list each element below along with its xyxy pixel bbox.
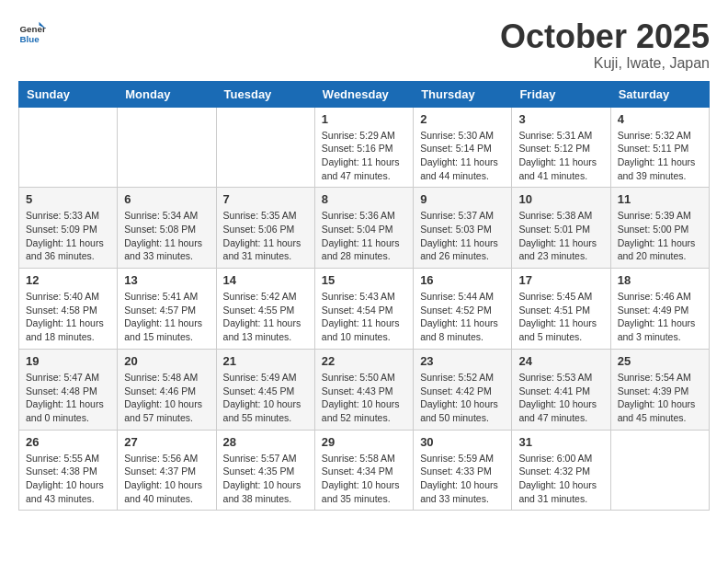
cell-content: Sunrise: 5:49 AM Sunset: 4:45 PM Dayligh… <box>223 371 308 425</box>
cell-content: Sunrise: 5:34 AM Sunset: 5:08 PM Dayligh… <box>124 209 209 263</box>
day-number: 6 <box>124 192 209 206</box>
calendar-cell: 7 Sunrise: 5:35 AM Sunset: 5:06 PM Dayli… <box>216 188 314 269</box>
month-title: October 2025 <box>500 18 710 55</box>
calendar-cell: 5 Sunrise: 5:33 AM Sunset: 5:09 PM Dayli… <box>19 188 118 269</box>
weekday-header: Tuesday <box>216 81 314 107</box>
weekday-header: Thursday <box>414 81 512 107</box>
calendar-cell: 12 Sunrise: 5:40 AM Sunset: 4:58 PM Dayl… <box>19 269 118 350</box>
calendar-cell: 1 Sunrise: 5:29 AM Sunset: 5:16 PM Dayli… <box>314 107 413 188</box>
weekday-header: Monday <box>118 81 216 107</box>
day-number: 8 <box>322 192 406 206</box>
calendar-cell: 14 Sunrise: 5:42 AM Sunset: 4:55 PM Dayl… <box>216 269 314 350</box>
cell-content: Sunrise: 5:44 AM Sunset: 4:52 PM Dayligh… <box>420 290 505 344</box>
day-number: 1 <box>322 112 406 126</box>
cell-content: Sunrise: 5:42 AM Sunset: 4:55 PM Dayligh… <box>223 290 308 344</box>
calendar-week-row: 26 Sunrise: 5:55 AM Sunset: 4:38 PM Dayl… <box>19 430 710 511</box>
calendar-cell: 29 Sunrise: 5:58 AM Sunset: 4:34 PM Dayl… <box>314 430 413 511</box>
day-number: 17 <box>518 273 603 287</box>
day-number: 7 <box>223 192 308 206</box>
cell-content: Sunrise: 5:54 AM Sunset: 4:39 PM Dayligh… <box>618 371 702 425</box>
cell-content: Sunrise: 5:59 AM Sunset: 4:33 PM Dayligh… <box>420 452 505 506</box>
calendar-cell <box>216 107 314 188</box>
svg-text:Blue: Blue <box>20 34 40 44</box>
day-number: 20 <box>124 354 209 368</box>
cell-content: Sunrise: 5:30 AM Sunset: 5:14 PM Dayligh… <box>420 129 505 183</box>
calendar-cell: 6 Sunrise: 5:34 AM Sunset: 5:08 PM Dayli… <box>118 188 216 269</box>
calendar-cell: 17 Sunrise: 5:45 AM Sunset: 4:51 PM Dayl… <box>512 269 610 350</box>
calendar-cell: 24 Sunrise: 5:53 AM Sunset: 4:41 PM Dayl… <box>512 349 610 430</box>
weekday-header: Friday <box>512 81 610 107</box>
cell-content: Sunrise: 5:46 AM Sunset: 4:49 PM Dayligh… <box>618 290 702 344</box>
weekday-header: Wednesday <box>314 81 413 107</box>
day-number: 3 <box>518 112 603 126</box>
calendar-cell: 3 Sunrise: 5:31 AM Sunset: 5:12 PM Dayli… <box>512 107 610 188</box>
calendar-cell: 15 Sunrise: 5:43 AM Sunset: 4:54 PM Dayl… <box>314 269 413 350</box>
day-number: 26 <box>26 435 110 449</box>
day-number: 19 <box>26 354 110 368</box>
calendar-cell: 10 Sunrise: 5:38 AM Sunset: 5:01 PM Dayl… <box>512 188 610 269</box>
cell-content: Sunrise: 5:50 AM Sunset: 4:43 PM Dayligh… <box>322 371 406 425</box>
calendar-week-row: 1 Sunrise: 5:29 AM Sunset: 5:16 PM Dayli… <box>19 107 710 188</box>
cell-content: Sunrise: 5:45 AM Sunset: 4:51 PM Dayligh… <box>518 290 603 344</box>
day-number: 4 <box>618 112 702 126</box>
calendar-week-row: 19 Sunrise: 5:47 AM Sunset: 4:48 PM Dayl… <box>19 349 710 430</box>
logo: General Blue <box>18 18 46 46</box>
day-number: 29 <box>322 435 406 449</box>
weekday-header: Saturday <box>610 81 709 107</box>
day-number: 2 <box>420 112 505 126</box>
calendar-header-row: SundayMondayTuesdayWednesdayThursdayFrid… <box>19 81 710 107</box>
calendar-cell: 27 Sunrise: 5:56 AM Sunset: 4:37 PM Dayl… <box>118 430 216 511</box>
weekday-header: Sunday <box>19 81 118 107</box>
cell-content: Sunrise: 5:29 AM Sunset: 5:16 PM Dayligh… <box>322 129 406 183</box>
logo-icon: General Blue <box>18 18 46 46</box>
day-number: 24 <box>518 354 603 368</box>
day-number: 30 <box>420 435 505 449</box>
calendar-table: SundayMondayTuesdayWednesdayThursdayFrid… <box>18 81 710 511</box>
day-number: 18 <box>618 273 702 287</box>
cell-content: Sunrise: 5:40 AM Sunset: 4:58 PM Dayligh… <box>26 290 110 344</box>
day-number: 5 <box>26 192 110 206</box>
calendar-cell: 22 Sunrise: 5:50 AM Sunset: 4:43 PM Dayl… <box>314 349 413 430</box>
calendar-cell <box>118 107 216 188</box>
day-number: 27 <box>124 435 209 449</box>
cell-content: Sunrise: 5:38 AM Sunset: 5:01 PM Dayligh… <box>518 209 603 263</box>
day-number: 14 <box>223 273 308 287</box>
cell-content: Sunrise: 5:53 AM Sunset: 4:41 PM Dayligh… <box>518 371 603 425</box>
calendar-cell: 8 Sunrise: 5:36 AM Sunset: 5:04 PM Dayli… <box>314 188 413 269</box>
calendar-cell: 26 Sunrise: 5:55 AM Sunset: 4:38 PM Dayl… <box>19 430 118 511</box>
calendar-cell: 25 Sunrise: 5:54 AM Sunset: 4:39 PM Dayl… <box>610 349 709 430</box>
cell-content: Sunrise: 5:35 AM Sunset: 5:06 PM Dayligh… <box>223 209 308 263</box>
day-number: 9 <box>420 192 505 206</box>
title-block: October 2025 Kuji, Iwate, Japan <box>500 18 710 72</box>
calendar-cell: 30 Sunrise: 5:59 AM Sunset: 4:33 PM Dayl… <box>414 430 512 511</box>
cell-content: Sunrise: 5:33 AM Sunset: 5:09 PM Dayligh… <box>26 209 110 263</box>
calendar-cell: 23 Sunrise: 5:52 AM Sunset: 4:42 PM Dayl… <box>414 349 512 430</box>
cell-content: Sunrise: 5:47 AM Sunset: 4:48 PM Dayligh… <box>26 371 110 425</box>
calendar-cell: 11 Sunrise: 5:39 AM Sunset: 5:00 PM Dayl… <box>610 188 709 269</box>
day-number: 25 <box>618 354 702 368</box>
day-number: 22 <box>322 354 406 368</box>
calendar-cell <box>610 430 709 511</box>
calendar-cell: 20 Sunrise: 5:48 AM Sunset: 4:46 PM Dayl… <box>118 349 216 430</box>
page-header: General Blue October 2025 Kuji, Iwate, J… <box>18 18 710 72</box>
day-number: 23 <box>420 354 505 368</box>
calendar-week-row: 5 Sunrise: 5:33 AM Sunset: 5:09 PM Dayli… <box>19 188 710 269</box>
cell-content: Sunrise: 5:41 AM Sunset: 4:57 PM Dayligh… <box>124 290 209 344</box>
calendar-cell: 16 Sunrise: 5:44 AM Sunset: 4:52 PM Dayl… <box>414 269 512 350</box>
cell-content: Sunrise: 5:58 AM Sunset: 4:34 PM Dayligh… <box>322 452 406 506</box>
calendar-cell: 9 Sunrise: 5:37 AM Sunset: 5:03 PM Dayli… <box>414 188 512 269</box>
cell-content: Sunrise: 5:55 AM Sunset: 4:38 PM Dayligh… <box>26 452 110 506</box>
cell-content: Sunrise: 5:57 AM Sunset: 4:35 PM Dayligh… <box>223 452 308 506</box>
cell-content: Sunrise: 5:48 AM Sunset: 4:46 PM Dayligh… <box>124 371 209 425</box>
cell-content: Sunrise: 5:43 AM Sunset: 4:54 PM Dayligh… <box>322 290 406 344</box>
calendar-cell: 28 Sunrise: 5:57 AM Sunset: 4:35 PM Dayl… <box>216 430 314 511</box>
cell-content: Sunrise: 5:56 AM Sunset: 4:37 PM Dayligh… <box>124 452 209 506</box>
cell-content: Sunrise: 5:31 AM Sunset: 5:12 PM Dayligh… <box>518 129 603 183</box>
calendar-cell: 31 Sunrise: 6:00 AM Sunset: 4:32 PM Dayl… <box>512 430 610 511</box>
calendar-cell: 2 Sunrise: 5:30 AM Sunset: 5:14 PM Dayli… <box>414 107 512 188</box>
day-number: 10 <box>518 192 603 206</box>
calendar-cell: 19 Sunrise: 5:47 AM Sunset: 4:48 PM Dayl… <box>19 349 118 430</box>
calendar-week-row: 12 Sunrise: 5:40 AM Sunset: 4:58 PM Dayl… <box>19 269 710 350</box>
cell-content: Sunrise: 5:32 AM Sunset: 5:11 PM Dayligh… <box>618 129 702 183</box>
calendar-cell: 21 Sunrise: 5:49 AM Sunset: 4:45 PM Dayl… <box>216 349 314 430</box>
